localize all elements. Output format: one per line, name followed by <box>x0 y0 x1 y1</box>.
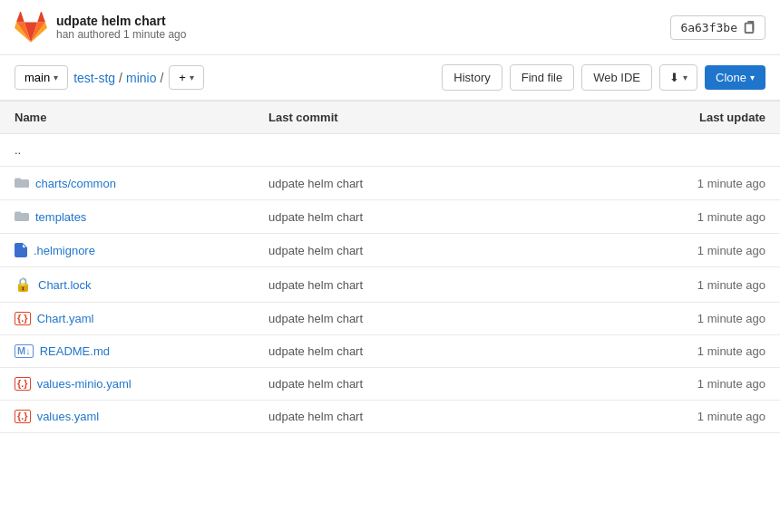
file-link[interactable]: M↓README.md <box>15 344 239 358</box>
file-table: Name Last commit Last update .. charts/c… <box>0 101 780 433</box>
file-link[interactable]: charts/common <box>15 176 239 190</box>
table-row-parent: .. <box>0 134 780 167</box>
action-buttons: History Find file Web IDE ⬇ ▾ Clone ▾ <box>442 64 765 91</box>
file-name: Chart.lock <box>38 278 92 292</box>
md-icon: M↓ <box>15 344 34 358</box>
commit-bar: udpate helm chart han authored 1 minute … <box>0 0 780 55</box>
col-header-name: Name <box>0 102 254 134</box>
clone-button[interactable]: Clone ▾ <box>705 65 765 90</box>
commit-cell: udpate helm chart <box>254 368 635 401</box>
file-link[interactable]: {.}values-minio.yaml <box>15 377 239 391</box>
yaml-icon: {.} <box>15 377 31 391</box>
commit-cell: udpate helm chart <box>254 200 635 234</box>
file-name: .helmignore <box>34 244 95 257</box>
commit-cell: udpate helm chart <box>254 335 635 368</box>
update-cell: 1 minute ago <box>635 267 780 303</box>
find-file-button[interactable]: Find file <box>510 64 575 91</box>
file-name: templates <box>35 210 86 224</box>
table-row: 🔒Chart.lockudpate helm chart1 minute ago <box>0 267 780 303</box>
download-chevron: ▾ <box>683 73 687 82</box>
breadcrumb-sep-2: / <box>160 71 163 85</box>
breadcrumb-part-1[interactable]: test-stg <box>73 71 115 85</box>
folder-icon <box>15 209 29 224</box>
branch-dropdown[interactable]: main ▾ <box>15 65 68 90</box>
commit-cell: udpate helm chart <box>254 267 635 303</box>
gitlab-logo <box>15 11 47 44</box>
download-button[interactable]: ⬇ ▾ <box>659 64 697 91</box>
commit-cell: udpate helm chart <box>254 234 635 267</box>
breadcrumb-left: main ▾ test-stg / minio / + ▾ <box>15 65 204 90</box>
file-name: values.yaml <box>37 410 100 423</box>
table-row: charts/commonudpate helm chart1 minute a… <box>0 167 780 200</box>
table-row: {.}Chart.yamludpate helm chart1 minute a… <box>0 303 780 335</box>
update-cell: 1 minute ago <box>635 234 780 267</box>
table-row: {.}values.yamludpate helm chart1 minute … <box>0 401 780 433</box>
file-link[interactable]: {.}values.yaml <box>15 410 239 423</box>
commit-cell: udpate helm chart <box>254 167 635 200</box>
copy-icon <box>743 21 756 34</box>
commit-hash-text: 6a63f3be <box>680 21 737 34</box>
file-link[interactable]: 🔒Chart.lock <box>15 276 239 293</box>
table-row: templatesudpate helm chart1 minute ago <box>0 200 780 234</box>
plus-icon: + <box>179 71 186 84</box>
add-chevron: ▾ <box>190 73 194 82</box>
commit-info: udpate helm chart han authored 1 minute … <box>56 14 186 41</box>
update-cell: 1 minute ago <box>635 200 780 234</box>
file-link[interactable]: .helmignore <box>15 243 239 257</box>
file-name: values-minio.yaml <box>37 377 132 391</box>
update-cell: 1 minute ago <box>635 401 780 433</box>
table-row: M↓README.mdudpate helm chart1 minute ago <box>0 335 780 368</box>
file-name: Chart.yaml <box>37 312 94 325</box>
file-link[interactable]: {.}Chart.yaml <box>15 312 239 325</box>
breadcrumb-sep-1: / <box>119 71 122 85</box>
commit-title: udpate helm chart <box>56 14 186 28</box>
update-cell: 1 minute ago <box>635 303 780 335</box>
table-header-row: Name Last commit Last update <box>0 102 780 134</box>
lock-icon: 🔒 <box>15 276 32 293</box>
download-icon: ⬇ <box>669 71 679 84</box>
yaml-icon: {.} <box>15 410 31 423</box>
update-cell: 1 minute ago <box>635 368 780 401</box>
table-row: {.}values-minio.yamludpate helm chart1 m… <box>0 368 780 401</box>
parent-dir-cell[interactable]: .. <box>0 134 780 167</box>
commit-cell: udpate helm chart <box>254 401 635 433</box>
commit-hash-container: 6a63f3be <box>670 15 765 40</box>
branch-name: main <box>24 71 50 84</box>
history-button[interactable]: History <box>442 64 502 91</box>
commit-author: han <box>56 28 74 41</box>
commit-left: udpate helm chart han authored 1 minute … <box>15 11 186 44</box>
commit-meta: han authored 1 minute ago <box>56 28 186 41</box>
update-cell: 1 minute ago <box>635 167 780 200</box>
breadcrumb: test-stg / minio / <box>73 71 163 85</box>
col-header-commit: Last commit <box>254 102 635 134</box>
clone-chevron: ▾ <box>750 73 755 82</box>
file-blue-icon <box>15 243 27 257</box>
col-header-update: Last update <box>635 102 780 134</box>
yaml-icon: {.} <box>15 312 31 325</box>
web-ide-button[interactable]: Web IDE <box>581 64 652 91</box>
update-cell: 1 minute ago <box>635 335 780 368</box>
commit-cell: udpate helm chart <box>254 303 635 335</box>
copy-hash-button[interactable] <box>743 21 756 34</box>
file-name: charts/common <box>35 177 116 190</box>
file-name: README.md <box>40 344 110 358</box>
table-row: .helmignoreudpate helm chart1 minute ago <box>0 234 780 267</box>
file-link[interactable]: templates <box>15 209 239 224</box>
action-bar: main ▾ test-stg / minio / + ▾ History Fi… <box>0 55 780 101</box>
add-file-button[interactable]: + ▾ <box>169 65 204 90</box>
breadcrumb-part-2[interactable]: minio <box>126 71 156 85</box>
commit-time: authored 1 minute ago <box>77 28 186 41</box>
branch-chevron: ▾ <box>54 73 58 82</box>
folder-icon <box>15 176 29 190</box>
clone-label: Clone <box>716 71 746 84</box>
